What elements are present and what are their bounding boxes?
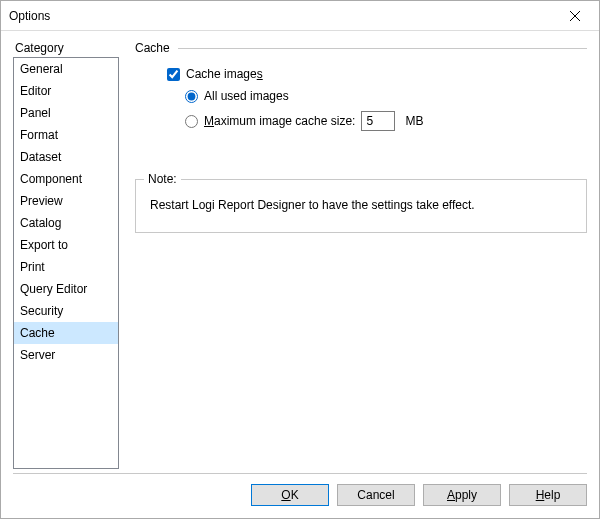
- help-button[interactable]: Help: [509, 484, 587, 506]
- apply-button[interactable]: Apply: [423, 484, 501, 506]
- sidebar-item-print[interactable]: Print: [14, 256, 118, 278]
- sidebar-item-dataset[interactable]: Dataset: [14, 146, 118, 168]
- dialog-body: Category GeneralEditorPanelFormatDataset…: [1, 31, 599, 473]
- max-cache-size-row: Maximum image cache size: MB: [185, 111, 587, 131]
- sidebar-item-catalog[interactable]: Catalog: [14, 212, 118, 234]
- cache-images-checkbox[interactable]: [167, 68, 180, 81]
- category-label: Category: [13, 41, 119, 55]
- sidebar-item-export-to[interactable]: Export to: [14, 234, 118, 256]
- cache-images-row: Cache images: [167, 67, 587, 81]
- sidebar-item-editor[interactable]: Editor: [14, 80, 118, 102]
- divider: [178, 48, 587, 49]
- sidebar-item-cache[interactable]: Cache: [14, 322, 118, 344]
- ok-button[interactable]: OK: [251, 484, 329, 506]
- cancel-button[interactable]: Cancel: [337, 484, 415, 506]
- sidebar-item-general[interactable]: General: [14, 58, 118, 80]
- note-legend: Note:: [144, 172, 181, 186]
- category-panel: Category GeneralEditorPanelFormatDataset…: [13, 41, 119, 469]
- all-used-images-radio[interactable]: [185, 90, 198, 103]
- section-title: Cache: [135, 41, 170, 55]
- max-cache-size-label[interactable]: Maximum image cache size:: [204, 114, 355, 128]
- sidebar-item-security[interactable]: Security: [14, 300, 118, 322]
- sidebar-item-format[interactable]: Format: [14, 124, 118, 146]
- close-icon: [570, 11, 580, 21]
- options-dialog: Options Category GeneralEditorPanelForma…: [0, 0, 600, 519]
- dialog-footer: OK Cancel Apply Help: [1, 474, 599, 518]
- close-button[interactable]: [553, 2, 597, 30]
- max-cache-size-radio[interactable]: [185, 115, 198, 128]
- category-list[interactable]: GeneralEditorPanelFormatDatasetComponent…: [13, 57, 119, 469]
- titlebar: Options: [1, 1, 599, 31]
- max-cache-size-input[interactable]: [361, 111, 395, 131]
- sidebar-item-panel[interactable]: Panel: [14, 102, 118, 124]
- note-text: Restart Logi Report Designer to have the…: [150, 198, 572, 214]
- max-cache-size-unit: MB: [405, 114, 423, 128]
- sidebar-item-query-editor[interactable]: Query Editor: [14, 278, 118, 300]
- section-header: Cache: [135, 41, 587, 55]
- all-used-images-row: All used images: [185, 89, 587, 103]
- sidebar-item-component[interactable]: Component: [14, 168, 118, 190]
- sidebar-item-preview[interactable]: Preview: [14, 190, 118, 212]
- all-used-images-label[interactable]: All used images: [204, 89, 289, 103]
- window-title: Options: [9, 9, 50, 23]
- cache-images-label[interactable]: Cache images: [186, 67, 263, 81]
- cache-settings-panel: Cache Cache images All used images Maxim…: [135, 41, 587, 469]
- note-fieldset: Note: Restart Logi Report Designer to ha…: [135, 179, 587, 233]
- sidebar-item-server[interactable]: Server: [14, 344, 118, 366]
